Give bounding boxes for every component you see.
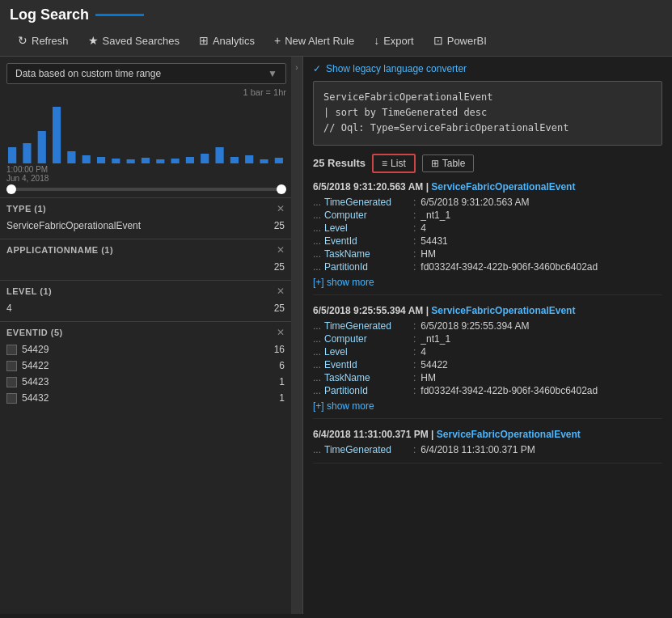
refresh-label: Refresh: [32, 35, 69, 47]
field-name-1-2: Level: [324, 346, 413, 358]
analytics-button[interactable]: ⊞ Analytics: [191, 30, 263, 51]
legacy-converter-toggle[interactable]: ✓ Show legacy language converter: [313, 63, 662, 74]
left-panel: › Data based on custom time range ▼ 1 ba…: [0, 57, 303, 614]
query-editor[interactable]: ServiceFabricOperationalEvent | sort by …: [313, 81, 662, 146]
filter-eventid-checkbox-1[interactable]: [6, 361, 17, 371]
field-value-0-0: 6/5/2018 9:31:20.563 AM: [421, 197, 529, 208]
result-eventtype-0: ServiceFabricOperationalEvent: [431, 181, 575, 193]
field-expand-1-5[interactable]: ...: [313, 385, 321, 396]
filter-type-close[interactable]: ✕: [277, 203, 285, 214]
svg-rect-13: [201, 154, 209, 163]
chart-area: 1 bar = 1hr: [6, 87, 286, 183]
filter-type-section: TYPE (1) ✕ ServiceFabricOperationalEvent…: [0, 197, 291, 239]
result-field-0-0: ... TimeGenerated : 6/5/2018 9:31:20.563…: [313, 196, 662, 209]
show-more-1[interactable]: [+] show more: [313, 400, 374, 412]
field-expand-0-1[interactable]: ...: [313, 210, 321, 221]
time-slider[interactable]: [6, 188, 286, 191]
result-field-0-2: ... Level : 4: [313, 222, 662, 235]
svg-rect-5: [82, 155, 91, 163]
result-timestamp-1: 6/5/2018 9:25:55.394 AM |: [313, 305, 431, 316]
filter-appname-title: APPLICATIONNAME (1): [6, 245, 113, 255]
field-name-0-5: PartitionId: [324, 261, 413, 273]
filter-level-title: LEVEL (1): [6, 286, 52, 296]
field-name-1-1: Computer: [324, 333, 413, 345]
svg-rect-14: [215, 147, 223, 163]
field-expand-0-5[interactable]: ...: [313, 261, 321, 273]
chart-time-label: 1:00:00 PM: [6, 165, 48, 174]
list-icon: ≡: [382, 158, 387, 169]
result-header-1: 6/5/2018 9:25:55.394 AM | ServiceFabricO…: [313, 305, 662, 316]
filter-type-title: TYPE (1): [6, 204, 46, 214]
table-view-button[interactable]: ⊞ Table: [422, 154, 475, 172]
filter-eventid-row-0[interactable]: 54429 16: [6, 341, 285, 358]
svg-rect-9: [142, 158, 150, 163]
field-expand-0-3[interactable]: ...: [313, 235, 321, 247]
main-container: › Data based on custom time range ▼ 1 ba…: [0, 57, 672, 614]
svg-rect-1: [23, 143, 31, 163]
title-underline: [95, 14, 144, 16]
slider-thumb-left[interactable]: [6, 184, 16, 194]
field-expand-1-3[interactable]: ...: [313, 359, 321, 370]
filter-appname-row-0[interactable]: 25: [6, 259, 285, 275]
time-range-selector[interactable]: Data based on custom time range ▼: [6, 63, 286, 84]
filter-level-row-0[interactable]: 4 25: [6, 300, 285, 316]
filter-type-header: TYPE (1) ✕: [6, 203, 285, 214]
result-entry-0: 6/5/2018 9:31:20.563 AM | ServiceFabricO…: [313, 181, 662, 295]
refresh-button[interactable]: ↻ Refresh: [10, 30, 77, 51]
result-timestamp-2: 6/4/2018 11:31:00.371 PM |: [313, 429, 437, 440]
powerbi-label: PowerBI: [447, 35, 487, 47]
result-eventtype-2: ServiceFabricOperationalEvent: [437, 429, 581, 440]
filter-eventid-section: EVENTID (5) ✕ 54429 16 54422 6 54423 1 5…: [0, 321, 291, 411]
result-header-0: 6/5/2018 9:31:20.563 AM | ServiceFabricO…: [313, 181, 662, 193]
filter-level-close[interactable]: ✕: [277, 286, 285, 297]
svg-rect-0: [8, 147, 16, 163]
powerbi-icon: ⊡: [433, 34, 443, 47]
show-more-0[interactable]: [+] show more: [313, 277, 374, 288]
field-name-0-1: Computer: [324, 210, 413, 221]
filter-eventid-count-1: 6: [279, 360, 285, 371]
list-view-label: List: [391, 158, 406, 169]
field-value-1-3: 54422: [421, 359, 447, 370]
time-range-label: Data based on custom time range: [15, 68, 161, 79]
field-expand-0-2[interactable]: ...: [313, 222, 321, 234]
filter-eventid-close[interactable]: ✕: [277, 327, 285, 338]
field-expand-1-0[interactable]: ...: [313, 320, 321, 332]
results-count: 25 Results: [313, 157, 366, 169]
field-expand-2-0[interactable]: ...: [313, 444, 321, 455]
field-name-1-5: PartitionId: [324, 385, 413, 396]
filter-eventid-row-1[interactable]: 54422 6: [6, 358, 285, 374]
list-view-button[interactable]: ≡ List: [372, 154, 416, 173]
bar-chart: [6, 99, 286, 163]
new-alert-rule-button[interactable]: + New Alert Rule: [266, 30, 362, 51]
result-entry-1: 6/5/2018 9:25:55.394 AM | ServiceFabricO…: [313, 305, 662, 419]
svg-rect-8: [127, 159, 135, 163]
filter-eventid-checkbox-0[interactable]: [6, 345, 17, 355]
right-panel: ✓ Show legacy language converter Service…: [303, 57, 672, 614]
collapse-handle[interactable]: ›: [291, 57, 302, 614]
filter-level-count-0: 25: [274, 303, 285, 314]
filter-eventid-checkbox-3[interactable]: [6, 393, 17, 404]
result-field-2-0: ... TimeGenerated : 6/4/2018 11:31:00.37…: [313, 443, 662, 456]
filter-eventid-value-0: 54429: [22, 344, 269, 355]
export-button[interactable]: ↓ Export: [366, 30, 422, 51]
field-value-1-0: 6/5/2018 9:25:55.394 AM: [421, 320, 529, 332]
legacy-converter-label: Show legacy language converter: [326, 63, 467, 74]
result-field-1-4: ... TaskName : HM: [313, 371, 662, 384]
toolbar: ↻ Refresh ★ Saved Searches ⊞ Analytics +…: [10, 28, 662, 53]
filter-appname-close[interactable]: ✕: [277, 244, 285, 256]
filter-eventid-checkbox-2[interactable]: [6, 377, 17, 387]
field-expand-1-2[interactable]: ...: [313, 346, 321, 358]
filter-type-row-0[interactable]: ServiceFabricOperationalEvent 25: [6, 218, 285, 234]
field-expand-1-4[interactable]: ...: [313, 372, 321, 383]
slider-thumb-right[interactable]: [277, 184, 286, 194]
field-expand-1-1[interactable]: ...: [313, 333, 321, 345]
field-expand-0-0[interactable]: ...: [313, 197, 321, 208]
powerbi-button[interactable]: ⊡ PowerBI: [425, 30, 495, 51]
filter-eventid-row-3[interactable]: 54432 1: [6, 390, 285, 406]
time-range-arrow-icon: ▼: [268, 68, 277, 79]
result-header-2: 6/4/2018 11:31:00.371 PM | ServiceFabric…: [313, 429, 662, 440]
filter-eventid-row-2[interactable]: 54423 1: [6, 374, 285, 390]
saved-searches-button[interactable]: ★ Saved Searches: [80, 30, 188, 51]
field-expand-0-4[interactable]: ...: [313, 248, 321, 260]
field-value-1-4: HM: [421, 372, 436, 383]
